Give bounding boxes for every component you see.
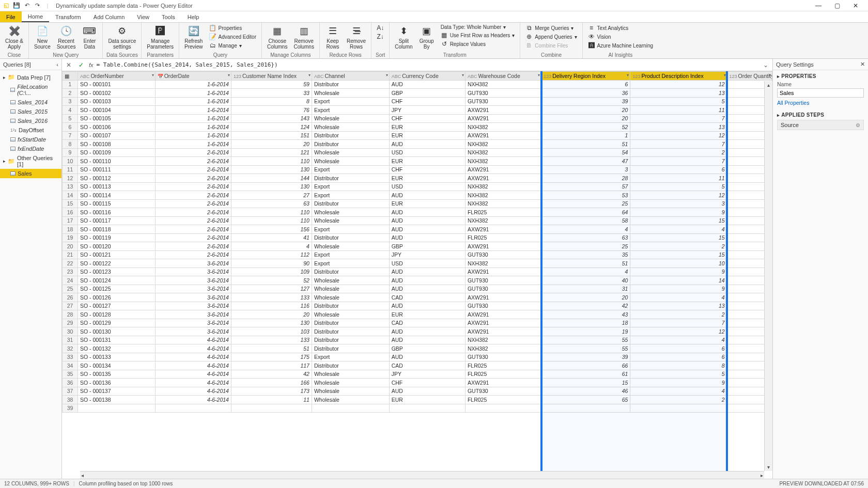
table-cell[interactable]: SO - 000126: [78, 293, 155, 302]
row-number[interactable]: 24: [63, 276, 78, 285]
table-cell[interactable]: SO - 000110: [78, 157, 155, 166]
table-row[interactable]: 16SO - 0001162-6-2014110WholesaleAUDFLR0…: [63, 208, 772, 217]
table-row[interactable]: 32SO - 0001324-6-201451DistributorGBPNXH…: [63, 344, 772, 353]
table-cell[interactable]: Export: [312, 191, 389, 200]
table-cell[interactable]: 20: [541, 114, 630, 123]
table-cell[interactable]: GUT930: [465, 285, 541, 293]
cancel-formula-icon[interactable]: ✕: [64, 60, 73, 70]
table-cell[interactable]: GUT930: [465, 387, 541, 396]
table-cell[interactable]: SO - 000130: [78, 327, 155, 336]
new-source-button[interactable]: 📄New Source: [32, 24, 53, 51]
datasource-settings-button[interactable]: ⚙Data source settings: [106, 24, 138, 51]
table-cell[interactable]: EUR: [389, 310, 465, 319]
table-cell[interactable]: Distributor: [312, 336, 389, 344]
tab-addcolumn[interactable]: Add Column: [87, 11, 131, 22]
table-cell[interactable]: [465, 404, 541, 413]
data-grid[interactable]: ▦ABCOrderNumber▾📅OrderDate▾123Customer N…: [62, 71, 772, 479]
table-cell[interactable]: AUD: [389, 302, 465, 310]
table-cell[interactable]: AUD: [389, 191, 465, 200]
table-cell[interactable]: Wholesale: [312, 285, 389, 293]
table-cell[interactable]: AUD: [389, 233, 465, 242]
table-cell[interactable]: 11: [231, 396, 312, 404]
table-cell[interactable]: 8: [231, 97, 312, 106]
table-cell[interactable]: GBP: [389, 344, 465, 353]
row-number[interactable]: 10: [63, 157, 78, 166]
save-icon[interactable]: 💾: [12, 2, 21, 10]
table-cell[interactable]: 127: [231, 285, 312, 293]
table-cell[interactable]: SO - 000111: [78, 165, 155, 174]
table-cell[interactable]: 3-6-2014: [155, 327, 231, 336]
column-header[interactable]: 📅OrderDate▾: [155, 72, 231, 81]
row-number[interactable]: 18: [63, 225, 78, 234]
table-cell[interactable]: Wholesale: [312, 396, 389, 404]
table-cell[interactable]: SO - 000112: [78, 174, 155, 183]
table-cell[interactable]: USD: [389, 148, 465, 157]
table-cell[interactable]: SO - 000113: [78, 182, 155, 191]
table-cell[interactable]: JPY: [389, 106, 465, 115]
table-cell[interactable]: AUD: [389, 216, 465, 225]
tab-file[interactable]: File: [0, 11, 22, 22]
table-cell[interactable]: GUT930: [465, 353, 541, 361]
all-properties-link[interactable]: All Properties: [777, 100, 809, 106]
table-cell[interactable]: 1-6-2014: [155, 131, 231, 140]
table-cell[interactable]: 12: [630, 131, 727, 140]
table-cell[interactable]: SO - 000124: [78, 276, 155, 285]
table-cell[interactable]: 57: [541, 182, 630, 191]
table-cell[interactable]: 54: [541, 148, 630, 157]
table-cell[interactable]: Distributor: [312, 344, 389, 353]
data-type-button[interactable]: Data Type: Whole Number ▾: [439, 24, 517, 30]
table-cell[interactable]: Wholesale: [312, 157, 389, 166]
table-cell[interactable]: 144: [231, 174, 312, 183]
table-cell[interactable]: SO - 000119: [78, 233, 155, 242]
table-cell[interactable]: NXH382: [465, 148, 541, 157]
table-cell[interactable]: Distributor: [312, 267, 389, 276]
table-cell[interactable]: 4-6-2014: [155, 353, 231, 361]
table-cell[interactable]: AUD: [389, 387, 465, 396]
table-cell[interactable]: FLR025: [465, 396, 541, 404]
table-cell[interactable]: NXH382: [465, 216, 541, 225]
table-cell[interactable]: [389, 404, 465, 413]
table-cell[interactable]: AXW291: [465, 267, 541, 276]
row-number[interactable]: 35: [63, 370, 78, 379]
table-cell[interactable]: 8: [630, 361, 727, 370]
table-row[interactable]: 25SO - 0001253-6-2014127WholesaleAUDGUT9…: [63, 285, 772, 293]
table-row[interactable]: 3SO - 0001031-6-20148ExportCHFGUT930395: [63, 97, 772, 106]
row-number[interactable]: 16: [63, 208, 78, 217]
merge-queries-button[interactable]: ⧉Merge Queries ▾: [523, 24, 579, 32]
data-table[interactable]: ▦ABCOrderNumber▾📅OrderDate▾123Customer N…: [62, 71, 772, 413]
query-item[interactable]: Sales_2014: [0, 98, 61, 107]
table-cell[interactable]: AXW291: [465, 114, 541, 123]
table-cell[interactable]: AUD: [389, 336, 465, 344]
column-filter-icon[interactable]: ▾: [538, 73, 540, 77]
table-cell[interactable]: 173: [231, 387, 312, 396]
table-row[interactable]: 34SO - 0001344-6-2014117DistributorCADFL…: [63, 361, 772, 370]
table-cell[interactable]: 7: [630, 140, 727, 149]
table-cell[interactable]: 3: [630, 199, 727, 208]
table-cell[interactable]: GUT930: [465, 250, 541, 259]
table-cell[interactable]: Wholesale: [312, 208, 389, 217]
keep-rows-button[interactable]: ☰Keep Rows: [323, 24, 343, 51]
table-cell[interactable]: Export: [312, 97, 389, 106]
azure-ml-button[interactable]: 🅰Azure Machine Learning: [586, 41, 655, 50]
maximize-button[interactable]: ▢: [831, 1, 843, 10]
table-cell[interactable]: AXW291: [465, 174, 541, 183]
choose-columns-button[interactable]: ▦Choose Columns: [265, 24, 289, 51]
table-row[interactable]: 30SO - 0001303-6-2014103DistributorAUDAX…: [63, 327, 772, 336]
table-row[interactable]: 21SO - 0001212-6-2014112ExportJPYGUT9303…: [63, 250, 772, 259]
table-cell[interactable]: Wholesale: [312, 123, 389, 132]
properties-button[interactable]: 📋Properties: [207, 24, 258, 32]
query-item[interactable]: 1²₃DayOffset: [0, 125, 61, 135]
table-row[interactable]: 11SO - 0001112-6-2014130ExportCHFAXW2913…: [63, 165, 772, 174]
table-row[interactable]: 4SO - 0001041-6-201476ExportJPYAXW291201…: [63, 106, 772, 115]
table-cell[interactable]: AUD: [389, 353, 465, 361]
table-cell[interactable]: NXH382: [465, 336, 541, 344]
table-row[interactable]: 10SO - 0001102-6-2014110WholesaleEURNXH3…: [63, 157, 772, 166]
table-cell[interactable]: 40: [541, 276, 630, 285]
table-cell[interactable]: 27: [231, 191, 312, 200]
table-cell[interactable]: 2-6-2014: [155, 157, 231, 166]
table-cell[interactable]: 1-6-2014: [155, 97, 231, 106]
table-cell[interactable]: 20: [541, 293, 630, 302]
table-cell[interactable]: SO - 000106: [78, 123, 155, 132]
table-cell[interactable]: 2-6-2014: [155, 250, 231, 259]
close-settings-icon[interactable]: ✕: [860, 61, 865, 68]
